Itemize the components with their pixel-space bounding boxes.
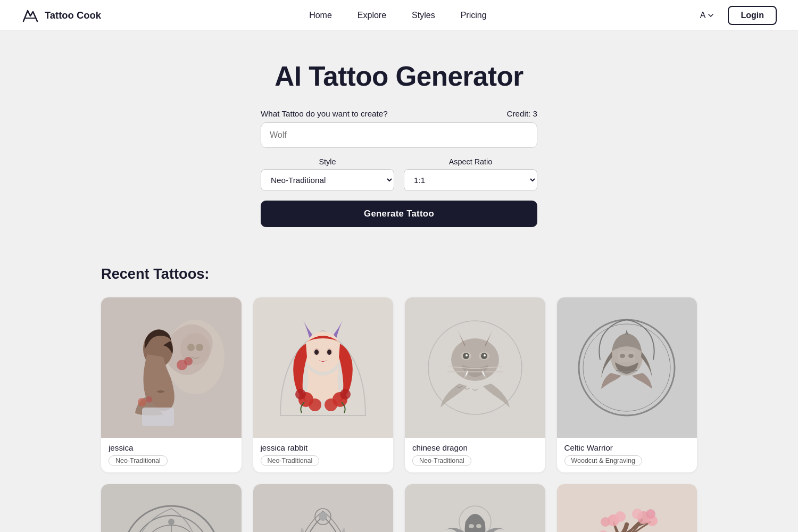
credit-label: Credit: 3 [507,109,537,118]
card-title-4: Celtic Warrior [564,443,690,452]
card-info-1: jessica Neo-Traditional [101,438,242,472]
nav-right: A Login [695,6,777,25]
tattoo-image-5 [101,484,242,533]
logo-icon [21,6,39,24]
tattoo-art-6 [264,495,381,532]
tattoo-art-2 [264,309,381,426]
gallery-section: Recent Tattoos: [90,244,708,532]
card-badge-3: Neo-Traditional [412,455,471,466]
svg-point-30 [466,354,468,356]
style-select[interactable]: Neo-Traditional Traditional Realism Mini… [261,169,394,191]
card-badge-1: Neo-Traditional [109,455,168,466]
tattoo-image-4 [557,297,697,438]
svg-point-31 [484,354,486,356]
svg-point-73 [632,509,643,519]
card-title-1: jessica [109,443,234,452]
prompt-label: What Tattoo do you want to create? [261,109,388,118]
svg-point-6 [184,357,193,365]
selects-row: Style Neo-Traditional Traditional Realis… [261,157,537,191]
card-badge-4: Woodcut & Engraving [564,455,642,466]
lang-label: A [700,11,706,20]
tattoo-art-1 [113,309,230,426]
gallery-card: jessica Neo-Traditional [101,297,242,472]
tattoo-image-7 [405,484,545,533]
gallery-card-5: Woodcut & Engraving [101,484,242,533]
svg-point-21 [309,398,321,411]
svg-point-20 [340,389,351,400]
gallery-card-2: jessica rabbit Neo-Traditional [253,297,394,472]
svg-point-22 [325,398,337,411]
tattoo-art-3 [417,309,534,426]
chevron-down-icon [708,12,714,19]
nav-pricing[interactable]: Pricing [461,11,487,20]
hero-title: AI Tattoo Generator [11,61,787,92]
ratio-group: Aspect Ratio 1:1 4:3 3:4 16:9 9:16 [404,157,537,191]
hero-section: AI Tattoo Generator What Tattoo do you w… [0,31,798,244]
svg-point-53 [319,512,327,521]
svg-point-72 [646,509,655,519]
nav-styles[interactable]: Styles [412,11,435,20]
brand-logo[interactable]: Tattoo Cook [21,6,101,24]
generate-button[interactable]: Generate Tattoo [261,201,537,227]
tattoo-image-3 [405,297,545,438]
gallery-title: Recent Tattoos: [101,265,697,282]
svg-point-68 [601,517,610,527]
svg-point-45 [168,519,174,525]
tattoo-art-4 [568,309,685,426]
login-button[interactable]: Login [728,6,777,25]
tattoo-art-8 [568,495,685,532]
svg-point-16 [327,350,331,355]
tattoo-image-2 [253,297,394,438]
nav-links: Home Explore Styles Pricing [309,11,486,20]
card-info-2: jessica rabbit Neo-Traditional [253,438,394,472]
card-title-2: jessica rabbit [261,443,386,452]
svg-rect-8 [142,408,174,426]
svg-point-9 [138,398,146,406]
svg-point-4 [196,344,203,351]
tattoo-art-5 [113,495,230,532]
svg-point-3 [187,344,195,351]
card-info-3: chinese dragon Neo-Traditional [405,438,545,472]
svg-point-37 [620,354,625,358]
card-info-4: Celtic Warrior Woodcut & Engraving [557,438,697,472]
svg-point-15 [314,350,319,355]
card-badge-2: Neo-Traditional [261,455,320,466]
svg-point-38 [628,354,634,358]
tattoo-image-8 [557,484,697,533]
tattoo-input[interactable]: Wolf [261,122,537,148]
svg-point-18 [295,389,306,400]
tattoo-art-7 [417,495,534,532]
navbar: Tattoo Cook Home Explore Styles Pricing … [0,0,798,31]
svg-point-69 [615,511,626,522]
nav-explore[interactable]: Explore [358,11,386,20]
svg-point-59 [476,524,481,528]
svg-point-10 [146,396,152,403]
brand-name: Tattoo Cook [45,10,101,21]
style-label: Style [261,157,394,166]
tattoo-image-6 [253,484,394,533]
style-group: Style Neo-Traditional Traditional Realis… [261,157,394,191]
gallery-grid: jessica Neo-Traditional [101,297,697,532]
ratio-label: Aspect Ratio [404,157,537,166]
ratio-select[interactable]: 1:1 4:3 3:4 16:9 9:16 [404,169,537,191]
card-title-3: chinese dragon [412,443,538,452]
svg-point-58 [469,524,474,528]
gallery-card-7: Neo-Traditional [405,484,545,533]
tattoo-image-1 [101,297,242,438]
gallery-card-3: chinese dragon Neo-Traditional [405,297,545,472]
nav-home[interactable]: Home [309,11,332,20]
gallery-card-8: Neo-Traditional [557,484,697,533]
gallery-card-6: Woodcut & Engraving [253,484,394,533]
gallery-card-4: Celtic Warrior Woodcut & Engraving [557,297,697,472]
generator-form: What Tattoo do you want to create? Credi… [261,109,537,227]
language-button[interactable]: A [695,7,720,23]
